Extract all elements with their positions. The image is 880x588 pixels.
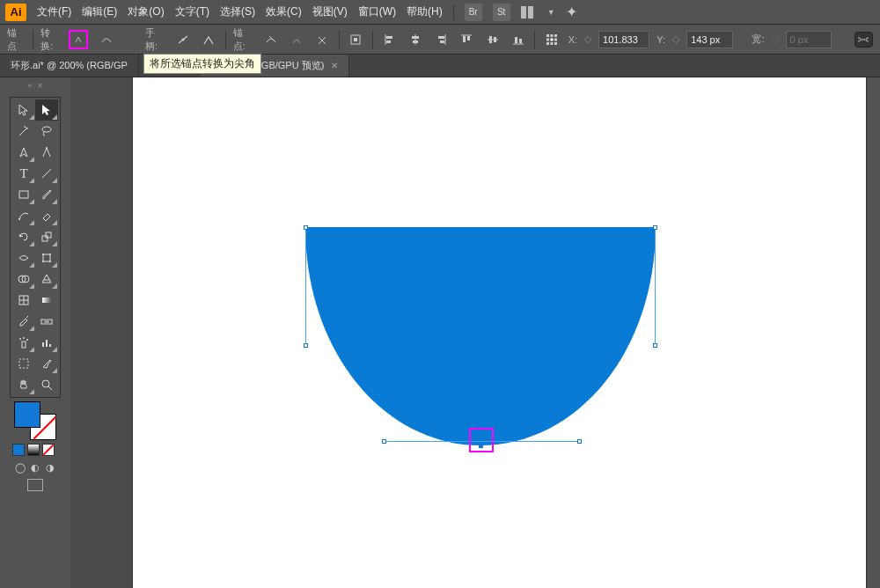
color-mode-solid[interactable] (12, 444, 25, 456)
isolate-button[interactable] (347, 30, 365, 49)
menu-view[interactable]: 视图(V) (312, 4, 348, 19)
fill-stroke-swatch[interactable] (12, 401, 58, 442)
svg-point-31 (42, 127, 51, 132)
w-value-input[interactable]: 0 px (786, 31, 832, 48)
connect-anchor-button[interactable] (287, 30, 305, 49)
type-tool[interactable]: T (12, 163, 35, 184)
app-logo: Ai (5, 4, 26, 21)
color-mode-gradient[interactable] (27, 444, 40, 456)
anchor-point[interactable] (304, 225, 308, 230)
svg-line-61 (48, 386, 52, 390)
remove-anchor-button[interactable] (261, 30, 280, 49)
cut-path-button[interactable] (312, 30, 331, 49)
svg-point-39 (42, 254, 44, 255)
direct-selection-tool[interactable] (35, 99, 58, 121)
lasso-tool[interactable] (35, 121, 58, 142)
blend-tool[interactable] (35, 311, 58, 332)
artboard[interactable] (132, 77, 866, 588)
stock-icon[interactable]: St (493, 4, 510, 21)
convert-to-smooth-button[interactable] (97, 30, 115, 49)
menu-file[interactable]: 文件(F) (37, 4, 71, 19)
slice-tool[interactable] (35, 353, 58, 374)
document-tab-1[interactable]: 环形.ai* @ 200% (RGB/GP (0, 55, 139, 77)
align-right-button[interactable] (431, 30, 450, 49)
svg-rect-25 (546, 38, 549, 40)
align-top-button[interactable] (458, 30, 476, 49)
svg-rect-36 (42, 236, 48, 241)
align-vcenter-button[interactable] (483, 30, 502, 49)
svg-point-41 (42, 261, 44, 262)
menu-bar: Ai 文件(F) 编辑(E) 对象(O) 文字(T) 选择(S) 效果(C) 视… (0, 0, 880, 25)
gradient-tool[interactable] (35, 290, 58, 311)
menu-effect[interactable]: 效果(C) (266, 4, 302, 19)
bezier-handle-point[interactable] (577, 439, 582, 444)
symbol-sprayer-tool[interactable] (12, 332, 35, 353)
bezier-handle-point[interactable] (653, 343, 657, 348)
rectangle-tool[interactable] (12, 184, 35, 205)
menu-object[interactable]: 对象(O) (128, 4, 164, 19)
right-panel-strip[interactable] (866, 77, 880, 588)
svg-rect-22 (546, 34, 549, 37)
eyedropper-tool[interactable] (12, 311, 35, 332)
svg-rect-8 (412, 36, 419, 39)
paintbrush-tool[interactable] (35, 184, 58, 205)
handle-hide-button[interactable] (200, 30, 218, 49)
svg-rect-50 (48, 320, 52, 324)
menu-select[interactable]: 选择(S) (220, 4, 255, 19)
menu-help[interactable]: 帮助(H) (407, 4, 443, 19)
perspective-tool[interactable] (35, 268, 58, 290)
curvature-tool[interactable] (35, 142, 58, 163)
close-icon[interactable]: ✕ (331, 61, 338, 70)
hand-tool[interactable] (12, 374, 35, 395)
svg-rect-38 (43, 254, 50, 261)
x-value-input[interactable]: 101.833 (598, 31, 649, 48)
convert-to-corner-button[interactable] (69, 30, 88, 49)
bridge-icon[interactable]: Br (465, 4, 482, 21)
draw-behind[interactable]: ◐ (29, 461, 41, 474)
zoom-tool[interactable] (35, 374, 58, 395)
svg-rect-30 (554, 42, 557, 45)
pen-tool[interactable] (12, 142, 35, 163)
handle-show-button[interactable] (173, 30, 192, 49)
arrange-documents-icon[interactable] (521, 6, 537, 18)
eraser-tool[interactable] (35, 205, 58, 226)
screen-mode-row (12, 479, 58, 491)
draw-normal[interactable]: ◯ (14, 461, 26, 474)
half-circle-shape[interactable] (305, 227, 656, 447)
align-hcenter-button[interactable] (406, 30, 424, 49)
line-tool[interactable] (35, 163, 58, 184)
selection-tool[interactable] (12, 99, 35, 121)
shape-builder-tool[interactable] (12, 268, 35, 290)
artboard-tool[interactable] (12, 353, 35, 374)
svg-rect-57 (46, 340, 48, 347)
rotate-tool[interactable] (12, 226, 35, 247)
width-tool[interactable] (12, 247, 35, 268)
graph-tool[interactable] (35, 332, 58, 353)
align-left-button[interactable] (380, 30, 399, 49)
svg-rect-9 (413, 40, 418, 43)
screen-mode-button[interactable] (27, 479, 43, 491)
bezier-handle-point[interactable] (382, 439, 386, 444)
reference-point-icon[interactable] (542, 30, 561, 49)
mesh-tool[interactable] (12, 290, 35, 311)
svg-rect-20 (515, 37, 517, 43)
panel-collapse-icon[interactable]: « (28, 81, 34, 90)
anchor-point[interactable] (653, 225, 657, 230)
fill-swatch[interactable] (14, 401, 40, 428)
gpu-icon[interactable]: ✦ (566, 4, 577, 20)
align-bottom-button[interactable] (509, 30, 527, 49)
svg-rect-59 (19, 359, 28, 368)
scale-tool[interactable] (35, 226, 58, 247)
bezier-handle-point[interactable] (304, 343, 308, 348)
shaper-tool[interactable] (12, 205, 35, 226)
menu-edit[interactable]: 编辑(E) (82, 4, 117, 19)
free-transform-tool[interactable] (35, 247, 58, 268)
magic-wand-tool[interactable] (12, 121, 35, 142)
color-mode-none[interactable] (42, 444, 55, 456)
svg-rect-5 (386, 36, 392, 39)
menu-type[interactable]: 文字(T) (175, 4, 209, 19)
menu-window[interactable]: 窗口(W) (358, 4, 396, 19)
link-wh-button[interactable] (854, 32, 873, 48)
y-value-input[interactable]: 143 px (686, 31, 733, 48)
draw-inside[interactable]: ◑ (44, 461, 56, 474)
